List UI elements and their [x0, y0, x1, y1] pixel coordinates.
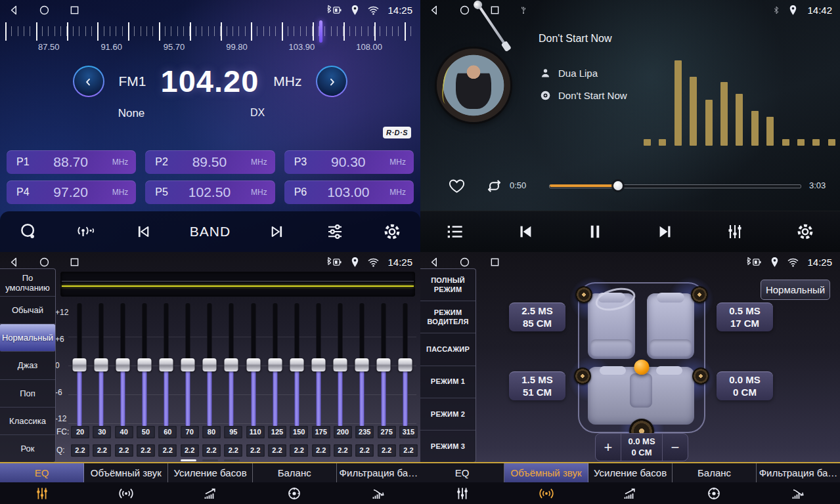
repeat-icon[interactable]: [485, 177, 503, 195]
eq-band-slider[interactable]: [397, 299, 413, 430]
tab-filter[interactable]: Фильтрация ба…: [757, 463, 840, 482]
eq-preset-item[interactable]: Джаз: [0, 352, 55, 379]
settings-gear-icon[interactable]: [382, 222, 402, 242]
listening-mode-item[interactable]: РЕЖИМ 3: [420, 430, 475, 462]
preset-button-p4[interactable]: P497.20MHz: [7, 180, 136, 204]
eq-icon[interactable]: [420, 486, 504, 501]
tab-bass[interactable]: Усиление басов: [588, 463, 673, 482]
q-value-chip[interactable]: 2.2: [378, 444, 396, 457]
q-value-chip[interactable]: 2.2: [181, 444, 199, 457]
eq-band-slider[interactable]: [267, 299, 283, 430]
front-left-delay-button[interactable]: 2.5 MS 85 CM: [509, 303, 565, 331]
eq-band-slider[interactable]: [376, 299, 391, 430]
eq-band-slider[interactable]: [311, 299, 326, 430]
eq-slider-handle[interactable]: [160, 358, 173, 371]
eq-slider-handle[interactable]: [137, 358, 151, 371]
eq-slider-handle[interactable]: [181, 358, 195, 371]
eq-band-slider[interactable]: [246, 299, 261, 430]
balance-icon[interactable]: [252, 486, 336, 501]
preset-button-p6[interactable]: P6103.00MHz: [284, 180, 414, 204]
q-value-chip[interactable]: 2.2: [224, 444, 242, 457]
balance-icon[interactable]: [672, 486, 756, 501]
eq-icon[interactable]: [0, 486, 84, 501]
q-value-chip[interactable]: 2.2: [312, 444, 330, 457]
filter-icon[interactable]: [756, 486, 840, 501]
surround-icon[interactable]: [84, 486, 168, 501]
fc-value-chip[interactable]: 30: [93, 426, 111, 438]
eq-band-slider[interactable]: [72, 299, 87, 430]
seek-bar[interactable]: [549, 184, 801, 188]
preset-button-p5[interactable]: P5102.50MHz: [145, 180, 275, 204]
tab-bass[interactable]: Усиление басов: [168, 463, 252, 482]
next-track-icon[interactable]: [655, 222, 675, 242]
fc-value-chip[interactable]: 20: [71, 426, 89, 438]
q-value-chip[interactable]: 2.2: [246, 444, 265, 457]
equalizer-icon[interactable]: [725, 222, 745, 242]
fc-value-chip[interactable]: 275: [378, 426, 396, 438]
bass-icon[interactable]: [168, 486, 252, 501]
tune-down-button[interactable]: [73, 66, 104, 97]
tune-up-button[interactable]: [316, 66, 347, 97]
preset-button-p1[interactable]: P188.70MHz: [7, 150, 136, 174]
bass-icon[interactable]: [588, 486, 673, 501]
playlist-icon[interactable]: [445, 222, 465, 242]
filter-icon[interactable]: [336, 486, 420, 501]
eq-slider-handle[interactable]: [203, 358, 217, 371]
rear-left-delay-button[interactable]: 1.5 MS 51 CM: [509, 371, 565, 400]
listening-mode-item[interactable]: РЕЖИМ ВОДИТЕЛЯ: [420, 301, 475, 333]
next-station-icon[interactable]: [268, 222, 288, 242]
eq-band-slider[interactable]: [354, 299, 370, 430]
home-icon[interactable]: [458, 4, 471, 16]
favorite-heart-icon[interactable]: [448, 177, 466, 195]
eq-slider-handle[interactable]: [225, 358, 238, 371]
fc-value-chip[interactable]: 95: [224, 426, 242, 438]
q-value-chip[interactable]: 2.2: [115, 444, 133, 457]
band-button[interactable]: BAND: [190, 224, 231, 240]
tab-eq[interactable]: EQ: [0, 463, 84, 482]
q-value-chip[interactable]: 2.2: [158, 444, 177, 457]
pause-icon[interactable]: [585, 222, 605, 242]
eq-band-slider[interactable]: [158, 299, 174, 430]
surround-icon[interactable]: [504, 486, 588, 501]
listening-mode-item[interactable]: ПОЛНЫЙ РЕЖИМ: [420, 269, 475, 301]
preset-button-p2[interactable]: P289.50MHz: [145, 150, 275, 174]
fc-value-chip[interactable]: 150: [290, 426, 308, 438]
eq-band-slider[interactable]: [115, 299, 131, 430]
delay-decrease-button[interactable]: −: [663, 434, 688, 461]
delay-increase-button[interactable]: +: [596, 434, 621, 461]
back-icon[interactable]: [8, 256, 20, 268]
tab-surround[interactable]: Объёмный звук: [504, 463, 588, 482]
scan-icon[interactable]: [18, 222, 38, 242]
tuner-indicator[interactable]: [319, 20, 322, 43]
broadcast-icon[interactable]: [76, 222, 95, 242]
eq-preset-item[interactable]: Рок: [0, 435, 55, 462]
back-icon[interactable]: [8, 4, 20, 16]
recents-icon[interactable]: [68, 4, 81, 16]
eq-slider-handle[interactable]: [116, 358, 129, 371]
tab-filter[interactable]: Фильтрация ба…: [337, 463, 420, 482]
eq-preset-item[interactable]: Обычай: [0, 297, 55, 324]
tab-surround[interactable]: Объёмный звук: [84, 463, 168, 482]
fc-value-chip[interactable]: 70: [181, 426, 199, 438]
front-right-delay-button[interactable]: 0.5 MS 17 CM: [717, 303, 773, 331]
mixer-icon[interactable]: [325, 222, 345, 242]
fc-value-chip[interactable]: 200: [334, 426, 352, 438]
eq-band-slider[interactable]: [202, 299, 217, 430]
q-value-chip[interactable]: 2.2: [71, 444, 89, 457]
fc-value-chip[interactable]: 40: [115, 426, 133, 438]
q-value-chip[interactable]: 2.2: [268, 444, 286, 457]
q-value-chip[interactable]: 2.2: [93, 444, 111, 457]
fc-value-chip[interactable]: 125: [268, 426, 286, 438]
eq-band-slider[interactable]: [180, 299, 196, 430]
eq-band-slider[interactable]: [223, 299, 239, 430]
home-icon[interactable]: [38, 256, 51, 268]
eq-slider-handle[interactable]: [399, 358, 412, 371]
eq-slider-handle[interactable]: [268, 358, 282, 371]
home-icon[interactable]: [38, 4, 51, 16]
eq-band-slider[interactable]: [332, 299, 348, 430]
tab-balance[interactable]: Баланс: [253, 463, 337, 482]
home-icon[interactable]: [458, 256, 471, 268]
tab-balance[interactable]: Баланс: [673, 463, 757, 482]
eq-slider-handle[interactable]: [334, 358, 347, 371]
back-icon[interactable]: [428, 4, 441, 16]
